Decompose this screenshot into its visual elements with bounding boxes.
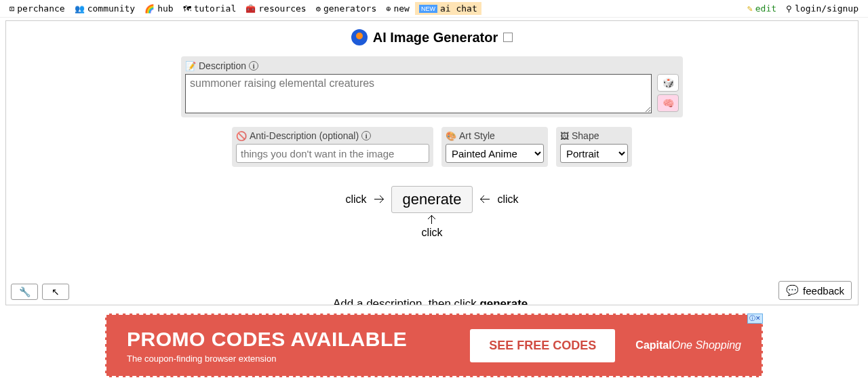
dice-icon: 🎲 [663,77,674,88]
nav-community[interactable]: 👥community [71,2,139,15]
ad-cta-button[interactable]: SEE FREE CODES [470,329,615,362]
customize-button[interactable]: 🔧 [11,284,38,300]
planet-icon [351,29,368,45]
rainbow-icon: 🌈 [144,4,155,14]
brain-icon: 🧠 [663,98,674,109]
ad-brand: CapitalOne Shopping [635,339,741,352]
hint-text: Add a description, then click generate. [181,297,683,305]
info-icon[interactable]: i [361,131,371,140]
palette-icon: 🎨 [446,131,456,141]
nav-perchance[interactable]: ⊡perchance [5,2,69,15]
ad-close-icon[interactable]: ⓘ✕ [747,314,763,324]
arrow-left-icon: 🡠 [479,193,490,206]
dice-icon: ⊡ [9,4,14,14]
generate-row: click 🡢 generate 🡠 click [181,186,683,213]
description-block: 📝 Description i 🎲 🧠 [181,56,683,117]
description-label: 📝 Description i [185,60,679,71]
framed-picture-icon: 🖼 [560,131,569,141]
wrench-icon: 🔧 [19,286,31,297]
arrow-button[interactable]: ↖ [42,284,69,300]
click-hint-left: click [345,193,366,206]
notepad-icon: 📝 [185,61,196,71]
art-style-select[interactable]: Painted Anime [446,144,544,163]
brain-button[interactable]: 🧠 [657,94,679,112]
nav-edit[interactable]: ✎edit [743,2,781,15]
plus-circle-icon: ⊕ [386,4,391,14]
nav-aichat[interactable]: NEWai chat [415,2,481,15]
shape-select[interactable]: Portrait [560,144,628,163]
pencil-icon: ✎ [747,3,753,14]
generate-button[interactable]: generate [391,186,473,213]
feedback-button[interactable]: 💬 feedback [778,281,852,300]
gears-icon: ⚙ [316,4,321,14]
key-icon: ⚲ [786,4,792,14]
nav-login[interactable]: ⚲login/signup [782,2,863,15]
speech-icon: 💬 [786,284,799,297]
arrow-right-icon: 🡢 [374,193,384,206]
art-style-label: 🎨 Art Style [446,130,544,141]
no-entry-icon: 🚫 [236,131,247,141]
shape-block: 🖼 Shape Portrait [556,127,632,167]
click-hint-right: click [497,193,518,206]
nav-new[interactable]: ⊕new [382,2,414,15]
nav-resources[interactable]: 🧰resources [241,2,310,15]
arrow-up-icon: 🡡 [181,214,683,227]
fullscreen-icon[interactable] [503,33,513,42]
anti-description-input[interactable] [236,144,429,163]
map-icon: 🗺 [183,4,191,14]
description-textarea[interactable] [185,74,652,113]
ad-headline: PROMO CODES AVAILABLE [127,328,450,351]
nav-generators[interactable]: ⚙generators [312,2,381,15]
page-title: AI Image Generator [6,21,858,56]
shape-label: 🖼 Shape [560,130,628,141]
people-icon: 👥 [75,4,85,14]
dice-button[interactable]: 🎲 [657,74,679,92]
new-badge: NEW [419,5,437,13]
nav-tutorial[interactable]: 🗺tutorial [179,2,241,15]
main-content: AI Image Generator 📝 Description i 🎲 🧠 🚫 [5,20,859,305]
ad-subtitle: The coupon-finding browser extension [127,354,450,364]
anti-description-label: 🚫 Anti-Description (optional) i [236,130,429,141]
info-icon[interactable]: i [249,61,258,71]
toolbox-icon: 🧰 [245,4,256,14]
nav-hub[interactable]: 🌈hub [140,2,177,15]
arrow-nw-icon: ↖ [52,286,60,297]
ad-banner[interactable]: PROMO CODES AVAILABLE The coupon-finding… [105,314,763,377]
art-style-block: 🎨 Art Style Painted Anime [441,127,548,167]
anti-description-block: 🚫 Anti-Description (optional) i [232,127,433,167]
click-hint-below: 🡡 click [181,214,683,239]
